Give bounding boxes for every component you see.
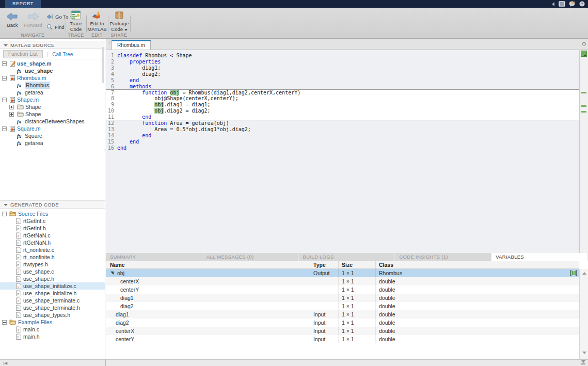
report-ribbon-tab[interactable]: REPORT [5, 0, 41, 8]
tree-item-rtgetnan-c[interactable]: crtGetNaN.c [0, 232, 105, 239]
panel-tab-code-insights-1-[interactable]: CODE INSIGHTS (1) [395, 253, 491, 261]
feedback-icon[interactable] [569, 1, 576, 7]
expand-icon[interactable] [9, 105, 14, 109]
function-item-use-shape[interactable]: fxuse_shape [0, 67, 105, 74]
code-line-12[interactable]: 12 function Area = getarea(obj) [106, 120, 579, 126]
tree-item-rtgetinf-c[interactable]: crtGetInf.c [0, 217, 105, 225]
code-line-16[interactable]: 16end [106, 145, 579, 151]
tree-item-use-shape-initialize-c[interactable]: cuse_shape_initialize.c [0, 282, 105, 290]
code-line-5[interactable]: 5 end [106, 77, 579, 84]
function-item-rhombus[interactable]: fxRhombus [0, 82, 105, 89]
back-button[interactable]: Back [3, 12, 22, 28]
tree-item-shape[interactable]: Shape [0, 110, 105, 118]
column-class[interactable]: Class [375, 261, 579, 268]
tree-item-main-h[interactable]: hmain.h [0, 333, 105, 340]
forward-button[interactable]: Forward [23, 12, 43, 28]
code-line-9[interactable]: 9 obj.diag1 = diag1; [106, 102, 579, 108]
trace-code-button[interactable]: TraceCode [68, 10, 84, 32]
variable-row-diag1[interactable]: diag11 × 1double [106, 294, 579, 302]
function-item-distancebetweenshapes[interactable]: fxdistanceBetweenShapes [0, 118, 105, 125]
trace-mark[interactable] [581, 111, 586, 113]
call-tree-tab[interactable]: Call Tree [52, 52, 73, 57]
collapse-icon[interactable] [2, 61, 7, 66]
collapse-icon[interactable] [2, 320, 7, 325]
package-code-button[interactable]: PackageCode [108, 10, 130, 32]
code-line-3[interactable]: 3 diag1; [106, 65, 579, 71]
tree-item-square-m[interactable]: Square.m [0, 125, 105, 132]
code-line-8[interactable]: 8 obj@Shape(centerX,centerY); [106, 96, 579, 102]
collapse-toolstrip-icon[interactable] [551, 2, 555, 7]
code-view[interactable]: 1classdef Rhombus < Shape2 properties3 d… [106, 50, 579, 253]
column-size[interactable]: Size [338, 261, 375, 268]
tree-item-rhombus-m[interactable]: Rhombus.m [0, 74, 105, 82]
edit-in-matlab-button[interactable]: Edit InMATLAB [87, 10, 107, 32]
variable-row-diag1[interactable]: diag1Input1 × 1double [106, 310, 579, 319]
code-line-10[interactable]: 10 obj.diag2 = diag2; [106, 108, 579, 114]
panel-tab-all-messages-0-[interactable]: ALL MESSAGES (0) [202, 253, 299, 261]
panel-tab-build-logs[interactable]: BUILD LOGS [299, 253, 395, 261]
tree-item-shape-m[interactable]: Shape.m [0, 96, 105, 103]
tree-item-rtgetinf-h[interactable]: hrtGetInf.h [0, 225, 105, 232]
tree-item-use-shape-m[interactable]: use_shape.m [0, 60, 105, 67]
tree-item-example-files[interactable]: Example Files [0, 319, 105, 326]
column-type[interactable]: Type [310, 261, 338, 268]
tree-item-source-files[interactable]: Source Files [0, 210, 105, 217]
tree-item-use-shape-h[interactable]: huse_shape.h [0, 275, 105, 282]
collapse-icon[interactable] [2, 212, 7, 216]
function-item-getarea[interactable]: fxgetarea [0, 89, 105, 96]
generated-code-header[interactable]: GENERATED CODE [0, 200, 105, 209]
tree-item-shape[interactable]: Shape [0, 103, 105, 110]
column-name[interactable]: Name [106, 261, 310, 268]
function-item-getarea[interactable]: fxgetarea [0, 139, 105, 147]
scroll-to-end-icon[interactable] [581, 360, 585, 364]
panel-tab-variables[interactable]: VARIABLES [491, 253, 588, 261]
collapse-icon[interactable] [2, 126, 7, 131]
splitter-handle[interactable]: ⋮ [107, 41, 109, 47]
code-line-7[interactable]: 7 function obj = Rhombus(diag1,diag2,cen… [106, 89, 579, 96]
sidebar-scrollbar[interactable] [102, 47, 104, 83]
file-tab-rhombus[interactable]: Rhombus.m [112, 40, 151, 50]
tree-item-use-shape-terminate-c[interactable]: cuse_shape_terminate.c [0, 297, 105, 304]
code-line-14[interactable]: 14 end [106, 133, 579, 139]
find-button[interactable]: Find [46, 24, 64, 30]
tree-item-main-c[interactable]: cmain.c [0, 326, 105, 333]
layout-icon[interactable] [559, 1, 565, 7]
code-analyzer-indicator[interactable] [581, 51, 587, 57]
panel-tab-summary[interactable]: SUMMARY [106, 253, 202, 261]
variable-row-centerY[interactable]: centerYInput1 × 1double [106, 335, 579, 343]
variable-row-diag2[interactable]: diag2Input1 × 1double [106, 319, 579, 327]
function-item-square[interactable]: fxSquare [0, 132, 105, 139]
variable-row-centerX[interactable]: centerXInput1 × 1double [106, 327, 579, 335]
trace-mark[interactable] [581, 105, 586, 107]
gear-icon[interactable]: ⚙ [581, 41, 586, 47]
expanded-triangle-icon[interactable] [110, 272, 114, 275]
code-line-13[interactable]: 13 Area = 0.5*obj.diag1*obj.diag2; [106, 126, 579, 133]
code-line-2[interactable]: 2 properties [106, 59, 579, 65]
tree-item-use-shape-types-h[interactable]: huse_shape_types.h [0, 311, 105, 319]
function-list-tab[interactable]: Function List [3, 50, 43, 58]
code-line-11[interactable]: 11 end [106, 114, 579, 120]
scroll-down-icon[interactable] [582, 352, 586, 354]
expand-icon[interactable] [9, 112, 14, 117]
scroll-up-icon[interactable] [582, 272, 586, 275]
code-line-15[interactable]: 15 end [106, 139, 579, 145]
tree-item-rtwtypes-h[interactable]: hrtwtypes.h [0, 261, 105, 268]
variable-row-diag2[interactable]: diag21 × 1double [106, 302, 579, 310]
tree-item-rt-nonfinite-h[interactable]: hrt_nonfinite.h [0, 253, 105, 261]
code-line-4[interactable]: 4 diag2; [106, 71, 579, 77]
editor-scrollbar[interactable] [579, 50, 588, 253]
tree-item-rt-nonfinite-c[interactable]: crt_nonfinite.c [0, 246, 105, 253]
variables-scrollbar[interactable] [579, 269, 588, 359]
matrix-icon[interactable] [570, 270, 577, 277]
matlab-source-header[interactable]: MATLAB SOURCE [0, 41, 105, 49]
tree-item-use-shape-c[interactable]: cuse_shape.c [0, 268, 105, 275]
variable-row-centerX[interactable]: centerX1 × 1double [106, 277, 579, 285]
variable-row-centerY[interactable]: centerY1 × 1double [106, 285, 579, 294]
tree-item-rtgetnan-h[interactable]: hrtGetNaN.h [0, 239, 105, 246]
trace-mark[interactable] [581, 92, 586, 93]
tree-item-use-shape-terminate-h[interactable]: huse_shape_terminate.h [0, 304, 105, 311]
tree-item-use-shape-initialize-h[interactable]: huse_shape_initialize.h [0, 290, 105, 297]
collapse-icon[interactable] [2, 98, 7, 102]
hscroll-home-icon[interactable]: |◀ [3, 361, 7, 365]
code-line-1[interactable]: 1classdef Rhombus < Shape [106, 53, 579, 59]
